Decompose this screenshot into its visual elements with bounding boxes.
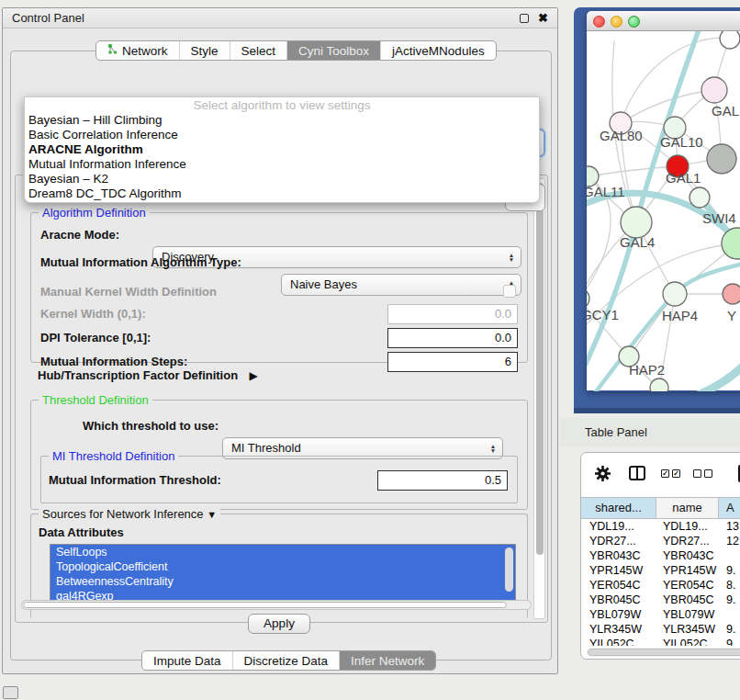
attribute-item[interactable]: SelfLoops [50,545,515,559]
node-pink[interactable] [723,284,740,304]
cell: 8. [719,578,740,593]
network-canvas[interactable]: GAL GAL80 GAL10 GAL1 GAL11 SWI4 GAL4 GCY… [587,31,740,390]
node-swi4[interactable] [690,187,710,208]
dropdown-item[interactable]: Mutual Information Inference [25,157,539,172]
column-header-partial[interactable]: A [719,498,740,518]
hub-definition-row[interactable]: Hub/Transcription Factor Definition ▶ [38,365,258,387]
settings-hscrollbar[interactable] [21,600,532,610]
table-row[interactable]: YPR145WYPR145W9. [581,563,740,578]
manual-kernel-checkbox[interactable] [503,285,516,298]
dropdown-item[interactable]: Bayesian – K2 [25,172,539,186]
table-hscrollbar[interactable] [587,648,740,657]
cell: YER054C [656,578,719,593]
table-row[interactable]: YBR043CYBR043C [581,548,740,563]
network-window-titlebar [587,11,740,31]
mi-threshold-label: Mutual Information Threshold: [49,473,221,487]
control-panel-window: Control Panel ✖ Network Style [2,7,558,674]
select-all-columns-icon[interactable]: ✓✓ [661,469,680,478]
algorithm-definition-group: Algorithm Definition Aracne Mode: Discov… [30,212,528,363]
table-row[interactable]: YBL079WYBL079W [581,607,740,622]
column-header-shared-name[interactable]: shared... [581,498,656,518]
node-label: GAL10 [660,134,703,150]
tab-network[interactable]: Network [96,41,179,60]
apply-button[interactable]: Apply [248,614,310,634]
gear-icon[interactable] [594,465,611,482]
table-row[interactable]: YIL052CYIL052C9 [581,637,740,646]
cell: YBL079W [656,607,719,622]
dropdown-item[interactable]: Dream8 DC_TDC Algorithm [25,186,539,201]
attribute-item[interactable]: TopologicalCoefficient [50,559,515,574]
close-icon[interactable]: ✖ [538,14,548,23]
window-title: Control Panel [12,11,84,25]
columns-icon[interactable] [629,466,645,480]
minimize-traffic-light[interactable] [611,16,622,28]
sources-title-text: Sources for Network Inference [42,507,204,521]
table-row[interactable]: YER054CYER054C8. [581,578,740,593]
node-label: GAL [712,103,739,119]
settings-scrollbar-thumb[interactable] [536,183,544,555]
threshold-definition-title: Threshold Definition [39,393,152,407]
data-attributes-list[interactable]: SelfLoops TopologicalCoefficient Between… [50,544,516,604]
tab-style[interactable]: Style [179,41,230,60]
tab-style-label: Style [191,43,219,59]
tab-select[interactable]: Select [230,41,287,60]
cell: 9. [719,593,740,607]
settings-hscrollbar-thumb[interactable] [23,602,507,608]
cell [719,548,740,563]
data-attributes-label: Data Attributes [39,522,124,544]
cell: YDL19... [656,519,719,534]
deselect-all-columns-icon[interactable] [693,469,712,478]
collapse-down-icon[interactable]: ▼ [207,509,217,520]
expand-right-icon[interactable]: ▶ [250,369,258,382]
settings-scrollbar[interactable] [533,178,545,619]
network-view-window: GAL GAL80 GAL10 GAL1 GAL11 SWI4 GAL4 GCY… [587,11,740,391]
dropdown-item[interactable]: Basic Correlation Inference [25,128,539,142]
tab-cyni-toolbox[interactable]: Cyni Toolbox [286,41,380,60]
attribute-item[interactable]: BetweennessCentrality [50,574,515,589]
float-window-icon[interactable] [520,14,529,23]
node-labels: GAL GAL80 GAL10 GAL1 GAL11 SWI4 GAL4 GCY… [587,103,739,378]
table-hscrollbar-thumb[interactable] [588,649,740,656]
node-label: GAL4 [620,234,655,250]
column-header-name[interactable]: name [656,498,719,518]
zoom-traffic-light[interactable] [628,16,640,28]
node-gal-partial[interactable] [701,77,727,103]
node-gal4[interactable] [621,207,652,238]
tab-infer-network[interactable]: Infer Network [339,651,435,670]
tab-impute-data[interactable]: Impute Data [142,651,232,670]
dock-panel-icon[interactable] [3,686,18,699]
close-traffic-light[interactable] [593,16,605,28]
which-threshold-label: Which threshold to use: [83,419,219,433]
node[interactable] [650,378,668,391]
mi-threshold-field[interactable]: 0.5 [377,470,508,491]
dpi-tolerance-field[interactable]: 0.0 [387,328,518,348]
table-toolbar: ✓✓ [581,453,740,493]
algorithm-definition-title: Algorithm Definition [39,206,150,220]
table-row[interactable]: YDR27...YDR27...12 [581,534,740,548]
dropdown-item[interactable]: Bayesian – Hill Climbing [25,113,539,128]
dropdown-item-selected[interactable]: ARACNE Algorithm [25,142,539,157]
cell: YPR145W [581,563,656,578]
mi-type-label: Mutual Information Algorithm Type: [40,255,241,269]
table-row[interactable]: YBR045CYBR045C9. [581,593,740,607]
table-row[interactable]: YDL19...YDL19...13 [581,519,740,534]
mi-steps-field[interactable]: 6 [387,352,518,372]
node-gcy1[interactable] [587,288,589,309]
node-label: SWI4 [702,210,736,226]
tab-jactivemnodules[interactable]: jActiveMNodules [380,41,496,60]
dpi-tolerance-label: DPI Tolerance [0,1]: [40,331,151,344]
list-scrollbar-thumb[interactable] [505,548,513,592]
kernel-width-field[interactable]: 0.0 [387,304,518,324]
aracne-mode-label: Aracne Mode: [40,228,119,242]
cell: YDL19... [581,519,656,534]
node-hap4[interactable] [663,282,687,306]
table-row[interactable]: YLR345WYLR345W9. [581,622,740,637]
cytoscape-desktop: GAL GAL80 GAL10 GAL1 GAL11 SWI4 GAL4 GCY… [574,7,740,413]
node-gray[interactable] [707,144,736,174]
tab-discretize-data[interactable]: Discretize Data [232,651,340,670]
control-panel-tabs: Network Style Select Cyni Toolbox jActiv… [95,40,497,61]
node-label: Y [727,308,736,323]
sources-title: Sources for Network Inference ▼ [39,507,220,521]
node[interactable] [720,31,740,49]
tab-select-label: Select [241,43,276,59]
